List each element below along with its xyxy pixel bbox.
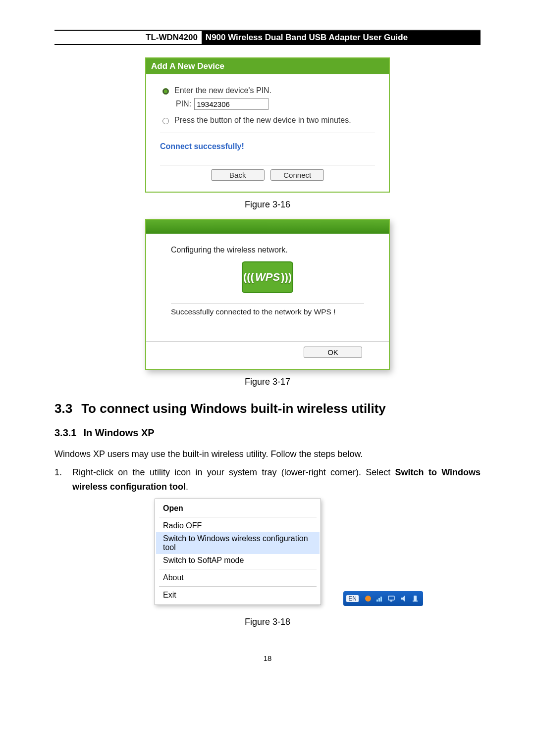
pin-input[interactable] [194, 98, 268, 110]
page: TL-WDN4200 N900 Wireless Dual Band USB A… [0, 0, 535, 682]
menu-about[interactable]: About [156, 571, 320, 584]
menu-switch-softap[interactable]: Switch to SoftAP mode [156, 554, 320, 567]
svg-point-0 [365, 596, 371, 602]
wps-success-label: Successfully connected to the network by… [171, 307, 364, 336]
system-tray: EN [343, 591, 423, 606]
back-button[interactable]: Back [211, 169, 265, 181]
page-header: TL-WDN4200 N900 Wireless Dual Band USB A… [54, 31, 481, 45]
connect-status: Connect successfully! [160, 133, 375, 165]
connect-button[interactable]: Connect [270, 169, 324, 181]
page-number: 18 [54, 654, 481, 662]
svg-rect-2 [378, 598, 380, 602]
section-number: 3.3 [54, 401, 72, 416]
tray-signal-icon[interactable] [375, 595, 384, 603]
subsection-heading: 3.3.1 In Windows XP [54, 427, 481, 439]
section-heading: 3.3 To connect using Windows built-in wi… [54, 401, 481, 416]
wps-icon: WPS [242, 261, 293, 293]
tray-network-icon[interactable] [364, 595, 373, 603]
figure-caption: Figure 3-18 [54, 617, 481, 627]
tray-wireless-icon[interactable] [411, 595, 420, 603]
pin-label: PIN: [176, 100, 191, 108]
wps-result-dialog: Configuring the wireless network. WPS Su… [145, 219, 390, 370]
context-menu: Open Radio OFF Switch to Windows wireles… [155, 499, 321, 605]
svg-rect-7 [414, 596, 417, 601]
radio-press-button[interactable]: Press the button of the new device in tw… [160, 116, 375, 125]
context-menu-figure: Open Radio OFF Switch to Windows wireles… [155, 499, 380, 605]
radio-press-button-label: Press the button of the new device in tw… [174, 116, 351, 125]
dialog-title: Add A New Device [146, 58, 389, 74]
add-device-dialog: Add A New Device Enter the new device's … [145, 57, 390, 193]
radio-enter-pin-label: Enter the new device's PIN. [174, 86, 271, 95]
section-title: To connect using Windows built-in wirele… [81, 401, 386, 416]
svg-rect-5 [390, 601, 392, 602]
svg-rect-1 [376, 600, 378, 602]
subsection-title: In Windows XP [83, 427, 154, 439]
menu-radio-off[interactable]: Radio OFF [156, 519, 320, 532]
radio-enter-pin[interactable]: Enter the new device's PIN. [160, 86, 375, 95]
tray-monitor-icon[interactable] [387, 595, 396, 603]
header-title: N900 Wireless Dual Band USB Adapter User… [202, 31, 481, 44]
svg-rect-3 [380, 597, 382, 602]
subsection-number: 3.3.1 [54, 427, 76, 439]
svg-rect-4 [388, 596, 394, 600]
ok-button[interactable]: OK [304, 347, 362, 358]
configuring-label: Configuring the wireless network. [171, 246, 364, 254]
svg-marker-6 [401, 596, 405, 602]
menu-open[interactable]: Open [156, 502, 320, 515]
tray-volume-icon[interactable] [399, 595, 408, 603]
list-number: 1. [54, 465, 72, 494]
figure-caption: Figure 3-16 [54, 200, 481, 210]
tray-language-indicator[interactable]: EN [346, 595, 359, 602]
list-item: 1. Right-click on the utility icon in yo… [54, 465, 481, 494]
menu-exit[interactable]: Exit [156, 589, 320, 602]
paragraph: Windows XP users may use the built-in wi… [54, 448, 481, 461]
figure-caption: Figure 3-17 [54, 377, 481, 387]
header-model: TL-WDN4200 [146, 31, 202, 44]
svg-rect-8 [413, 601, 418, 602]
menu-switch-windows[interactable]: Switch to Windows wireless configuration… [156, 532, 320, 554]
